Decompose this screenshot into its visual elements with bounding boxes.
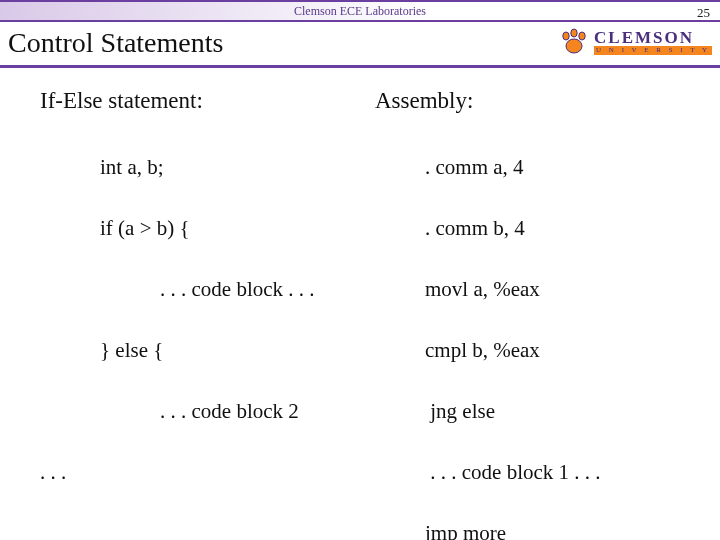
svg-point-3	[579, 32, 585, 40]
slide: Clemson ECE Laboratories 25 Control Stat…	[0, 0, 720, 540]
left-column: If-Else statement: int a, b; if (a > b) …	[40, 88, 370, 540]
svg-point-2	[571, 29, 577, 37]
right-column: Assembly: . comm a, 4 . comm b, 4 movl a…	[375, 88, 705, 540]
top-bar: Clemson ECE Laboratories 25	[0, 0, 720, 20]
code-line: . comm a, 4	[425, 152, 705, 182]
wordmark-top: CLEMSON	[594, 29, 712, 46]
title-area: Control Statements CLEMSON U N I V E R S…	[0, 20, 720, 68]
code-line: . . .	[40, 457, 370, 487]
code-line: jng else	[425, 396, 705, 426]
code-line: . comm b, 4	[425, 213, 705, 243]
wordmark-bottom: U N I V E R S I T Y	[594, 46, 712, 55]
lab-label: Clemson ECE Laboratories	[294, 4, 426, 18]
code-line: if (a > b) {	[100, 213, 370, 243]
code-line: cmpl b, %eax	[425, 335, 705, 365]
svg-point-0	[566, 39, 582, 53]
left-heading: If-Else statement:	[40, 88, 370, 114]
code-line: jmp more	[425, 518, 705, 540]
page-title: Control Statements	[8, 27, 223, 59]
right-heading: Assembly:	[375, 88, 705, 114]
blank-line	[40, 518, 370, 540]
code-line: } else {	[100, 335, 370, 365]
content-area: If-Else statement: int a, b; if (a > b) …	[0, 68, 720, 540]
clemson-logo: CLEMSON U N I V E R S I T Y	[558, 26, 712, 58]
code-line: int a, b;	[100, 152, 370, 182]
code-line: . . . code block . . .	[160, 274, 370, 304]
code-line: . . . code block 1 . . .	[425, 457, 705, 487]
asm-code-block: . comm a, 4 . comm b, 4 movl a, %eax cmp…	[375, 122, 705, 540]
code-line: . . . code block 2	[160, 396, 370, 426]
paw-icon	[558, 26, 590, 58]
wordmark: CLEMSON U N I V E R S I T Y	[594, 29, 712, 55]
code-line: movl a, %eax	[425, 274, 705, 304]
svg-point-1	[563, 32, 569, 40]
c-code-block: int a, b; if (a > b) { . . . code block …	[40, 122, 370, 540]
